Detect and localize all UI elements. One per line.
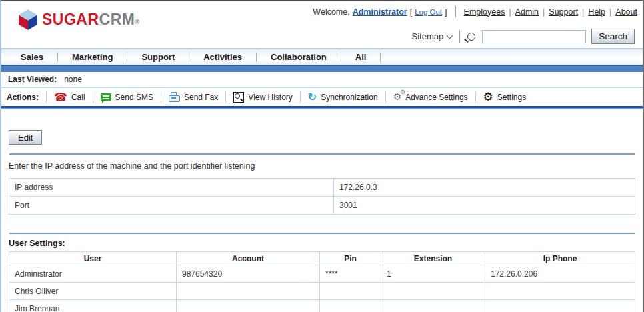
actions-label: Actions: xyxy=(7,93,39,102)
action-label: View History xyxy=(248,93,292,102)
column-header-extension: Extension xyxy=(381,252,485,265)
tab-activities[interactable]: Activities xyxy=(189,52,256,62)
actions-divider xyxy=(300,91,301,103)
cube-logo-icon xyxy=(19,9,37,30)
table-row: Chris Olliver xyxy=(9,283,635,300)
port-label: Port xyxy=(9,197,334,215)
link-separator: | xyxy=(543,7,545,17)
gear-icon xyxy=(483,91,493,103)
cell-pin xyxy=(320,283,381,300)
actions-divider xyxy=(161,91,161,103)
tab-support[interactable]: Support xyxy=(127,52,189,62)
action-send-sms[interactable]: Send SMS xyxy=(101,93,153,102)
tab-collaboration[interactable]: Collaboration xyxy=(257,52,341,62)
action-label: Send SMS xyxy=(115,93,153,102)
actions-divider xyxy=(46,91,47,103)
table-header-row: User Account Pin Extension Ip Phone xyxy=(9,252,635,265)
actions-bar: Actions: Call Send SMS Send Fax View His… xyxy=(1,88,643,106)
actions-divider xyxy=(225,91,226,103)
action-advance-settings[interactable]: Advance Settings xyxy=(393,92,468,102)
cell-extension xyxy=(381,283,485,300)
cell-account: 987654320 xyxy=(177,265,320,283)
action-label: Send Fax xyxy=(184,93,218,102)
cell-pin xyxy=(320,300,381,312)
search-button[interactable]: Search xyxy=(591,29,635,44)
main-content: Edit Enter the IP address of the machine… xyxy=(1,109,643,312)
sync-icon xyxy=(308,92,317,103)
tab-sales[interactable]: Sales xyxy=(7,52,57,62)
section-divider xyxy=(9,233,635,234)
column-header-account: Account xyxy=(177,252,320,265)
sitemap-dropdown[interactable]: Sitemap xyxy=(412,31,453,41)
tab-separator xyxy=(380,53,381,62)
header-search-row: Sitemap Search xyxy=(412,29,635,44)
cell-account xyxy=(177,283,320,300)
actions-divider xyxy=(93,91,93,103)
user-settings-title: User Settings: xyxy=(9,239,635,248)
cell-extension: 1 xyxy=(381,265,485,283)
ip-address-value: 172.26.0.3 xyxy=(334,179,635,197)
action-call[interactable]: Call xyxy=(54,92,85,103)
action-settings[interactable]: Settings xyxy=(483,91,527,103)
cell-account xyxy=(177,300,320,312)
link-help[interactable]: Help xyxy=(588,7,605,17)
table-row: IP address 172.26.0.3 xyxy=(9,179,635,197)
sms-icon xyxy=(101,93,111,101)
tab-marketing[interactable]: Marketing xyxy=(58,52,127,62)
logo-crm: CRM xyxy=(99,11,135,28)
cell-ip-phone: 172.26.0.206 xyxy=(485,265,635,283)
fax-icon xyxy=(169,95,180,102)
search-input[interactable] xyxy=(482,30,586,43)
actions-divider xyxy=(385,91,386,103)
logout-link[interactable]: Log Out xyxy=(415,8,442,16)
bracket: [ xyxy=(410,7,412,17)
actions-divider xyxy=(475,91,476,103)
instruction-text: Enter the IP address of the machine and … xyxy=(9,161,635,171)
search-icon xyxy=(467,33,475,41)
ip-address-label: IP address xyxy=(9,179,334,197)
logo-sugar: SUGAR xyxy=(42,11,99,28)
cell-user: Chris Olliver xyxy=(9,283,177,300)
action-synchronization[interactable]: Synchronization xyxy=(308,92,378,103)
last-viewed-bar: Last Viewed: none xyxy=(1,72,643,88)
current-user-link[interactable]: Administrator xyxy=(353,7,407,17)
table-row: Port 3001 xyxy=(9,197,635,215)
link-about[interactable]: About xyxy=(615,7,637,17)
edit-button[interactable]: Edit xyxy=(9,130,42,145)
table-row: Jim Brennan xyxy=(9,300,635,312)
module-tab-bar: Sales Marketing Support Activities Colla… xyxy=(1,48,643,65)
sugarcrm-logo[interactable]: SUGARCRM® xyxy=(19,9,139,30)
table-row: Administrator 987654320 **** 1 172.26.0.… xyxy=(9,265,635,283)
header-divider xyxy=(455,6,456,17)
sitemap-label: Sitemap xyxy=(412,31,444,41)
cell-user: Administrator xyxy=(9,265,177,283)
welcome-text: Welcome, Administrator [ Log Out ] xyxy=(313,7,447,17)
header-top-row: Welcome, Administrator [ Log Out ] Emplo… xyxy=(313,6,637,17)
bracket: ] xyxy=(445,7,447,17)
link-separator: | xyxy=(582,7,584,17)
cell-user: Jim Brennan xyxy=(9,300,177,312)
history-magnifier-icon xyxy=(233,92,244,103)
tab-all[interactable]: All xyxy=(341,52,381,62)
section-divider xyxy=(9,153,635,155)
link-separator: | xyxy=(509,7,511,17)
header-divider xyxy=(459,30,460,43)
action-label: Synchronization xyxy=(321,93,377,102)
link-employees[interactable]: Employees xyxy=(464,7,505,17)
last-viewed-label: Last Viewed: xyxy=(8,75,57,84)
action-view-history[interactable]: View History xyxy=(233,92,292,103)
sugarcrm-window: SUGARCRM® Welcome, Administrator [ Log O… xyxy=(0,0,644,312)
link-separator: | xyxy=(609,7,611,17)
header: SUGARCRM® Welcome, Administrator [ Log O… xyxy=(1,1,643,48)
chevron-down-icon xyxy=(447,32,453,39)
action-label: Settings xyxy=(497,93,526,102)
last-viewed-value: none xyxy=(64,75,82,84)
port-value: 3001 xyxy=(334,197,635,215)
link-admin[interactable]: Admin xyxy=(515,7,539,17)
cell-ip-phone xyxy=(485,300,635,312)
action-send-fax[interactable]: Send Fax xyxy=(169,92,218,102)
link-support[interactable]: Support xyxy=(549,7,578,17)
connection-settings-table: IP address 172.26.0.3 Port 3001 xyxy=(9,178,635,215)
cell-pin: **** xyxy=(320,265,381,283)
advanced-gears-icon xyxy=(393,92,402,102)
